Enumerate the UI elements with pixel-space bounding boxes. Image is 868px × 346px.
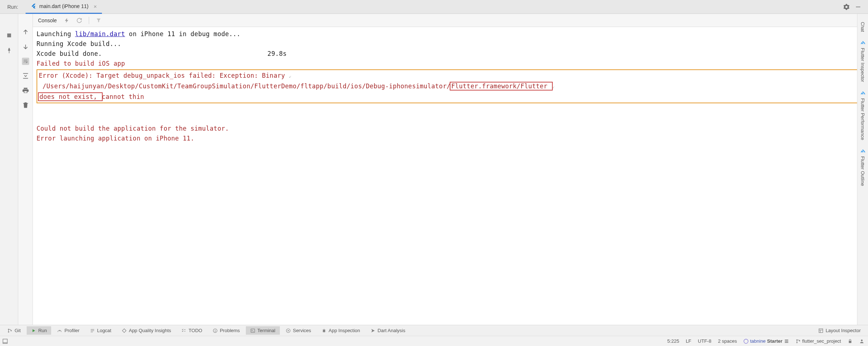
tool-label: App Quality Insights [129, 328, 171, 333]
left-action-gutter [0, 14, 18, 325]
tool-git[interactable]: Git [3, 326, 25, 335]
close-icon[interactable]: × [94, 3, 97, 9]
run-tool-window-header: Run: main.dart (iPhone 11) × [0, 0, 868, 14]
right-sidebar: Chat Flutter Inspector Flutter Performan… [857, 14, 868, 325]
arrow-up-icon[interactable] [22, 28, 29, 36]
tab-title: main.dart (iPhone 11) [39, 3, 89, 9]
console-output[interactable]: Launching lib/main.dart on iPhone 11 in … [33, 27, 868, 325]
cursor-position[interactable]: 5:225 [667, 338, 679, 344]
flutter-icon [31, 3, 37, 9]
tabnine-tier: Starter [767, 338, 783, 344]
services-icon [286, 328, 291, 333]
tool-layout-inspector[interactable]: Layout Inspector [814, 326, 865, 335]
stop-icon[interactable] [6, 32, 12, 39]
filter-icon[interactable] [96, 18, 102, 23]
minimize-icon[interactable] [855, 4, 861, 10]
svg-point-14 [215, 331, 215, 332]
tool-label: App Inspection [329, 328, 360, 333]
tool-run[interactable]: Run [27, 326, 52, 335]
lightning-icon[interactable] [64, 18, 70, 23]
tool-label: Terminal [258, 328, 275, 333]
tool-label: Problems [220, 328, 240, 333]
sidebar-label: Flutter Inspector [860, 48, 865, 82]
reload-icon[interactable] [76, 18, 82, 23]
status-bar: 5:225 LF UTF-8 2 spaces tabnine Starter … [0, 336, 868, 346]
flutter-icon [860, 149, 865, 154]
bug-icon [321, 328, 327, 333]
svg-point-7 [8, 331, 9, 332]
indent[interactable]: 2 spaces [718, 338, 737, 344]
svg-point-6 [8, 329, 9, 330]
arrow-down-icon[interactable] [22, 43, 29, 50]
sidebar-item-flutter-inspector[interactable]: Flutter Inspector [860, 36, 865, 86]
tool-services[interactable]: Services [281, 326, 316, 335]
tool-label: Layout Inspector [826, 328, 861, 333]
console-line: Launching [37, 30, 75, 38]
user-icon[interactable] [859, 339, 864, 344]
console-title: Console [38, 18, 57, 23]
flutter-icon [860, 91, 865, 96]
print-icon[interactable] [22, 87, 29, 94]
tool-label: Services [293, 328, 311, 333]
tool-logcat[interactable]: Logcat [85, 326, 116, 335]
svg-rect-18 [819, 328, 823, 332]
tool-app-quality[interactable]: App Quality Insights [117, 326, 176, 335]
console-line-error: Could not build the application for the … [37, 125, 229, 132]
tool-dart-analysis[interactable]: Dart Analysis [366, 326, 410, 335]
flutter-icon [860, 41, 865, 46]
layout-inspector-icon [818, 328, 823, 333]
svg-rect-30 [849, 341, 852, 343]
profiler-icon [57, 328, 62, 333]
tool-profiler[interactable]: Profiler [53, 326, 84, 335]
highlighted-span: does not exist, [39, 93, 102, 100]
tool-app-inspection[interactable]: App Inspection [317, 326, 365, 335]
console-line-error: cannot thin [102, 93, 144, 100]
soft-wrap-icon[interactable] [22, 58, 29, 65]
tabnine-widget[interactable]: tabnine Starter [743, 338, 789, 344]
logcat-icon [90, 328, 95, 333]
tool-terminal[interactable]: Terminal [246, 326, 280, 335]
play-icon [31, 328, 36, 333]
tool-problems[interactable]: Problems [208, 326, 244, 335]
console-header: Console [33, 14, 868, 27]
git-branch-widget[interactable]: flutter_sec_project [796, 338, 841, 344]
git-icon [7, 328, 12, 333]
tool-label: Dart Analysis [378, 328, 406, 333]
gear-icon[interactable] [843, 4, 850, 10]
run-label: Run: [3, 4, 23, 10]
tool-label: TODO [189, 328, 202, 333]
tool-label: Git [15, 328, 21, 333]
tool-label: Logcat [97, 328, 111, 333]
diamond-icon [122, 328, 127, 333]
svg-point-28 [796, 342, 797, 343]
svg-point-17 [323, 329, 325, 332]
line-ending[interactable]: LF [686, 338, 691, 344]
scroll-to-end-icon[interactable] [22, 72, 29, 80]
console-line: on iPhone 11 in debug mode... [125, 30, 240, 38]
dart-icon [370, 328, 376, 333]
svg-point-8 [11, 330, 11, 331]
tool-window-icon[interactable] [2, 338, 8, 344]
tool-label: Run [38, 328, 47, 333]
svg-rect-1 [7, 34, 11, 38]
problems-icon [213, 328, 218, 333]
run-config-tab[interactable]: main.dart (iPhone 11) × [26, 0, 102, 14]
highlighted-error-block: Error (Xcode): Target debug_unpack_ios f… [37, 69, 864, 103]
console-line: Running Xcode build... [37, 40, 121, 47]
file-link[interactable]: lib/main.dart [75, 30, 125, 38]
tool-todo[interactable]: TODO [177, 326, 206, 335]
console-line: Xcode build done. 29.8s [37, 50, 287, 57]
svg-rect-15 [251, 329, 255, 332]
sidebar-label: Flutter Performance [860, 98, 865, 140]
console-pane: Console Launching lib/main.dart on iP [33, 14, 868, 325]
sidebar-item-chat[interactable]: Chat [860, 18, 865, 36]
encoding[interactable]: UTF-8 [698, 338, 711, 344]
sidebar-item-flutter-performance[interactable]: Flutter Performance [860, 86, 865, 145]
trash-icon[interactable] [22, 101, 29, 109]
sidebar-label: Flutter Outline [860, 156, 865, 186]
pin-icon[interactable] [6, 47, 12, 54]
sidebar-item-flutter-outline[interactable]: Flutter Outline [860, 145, 865, 191]
lock-icon[interactable] [848, 339, 853, 344]
highlighted-span: Flutter.framework/Flutter [450, 82, 552, 90]
tabnine-label: tabnine [750, 338, 766, 344]
